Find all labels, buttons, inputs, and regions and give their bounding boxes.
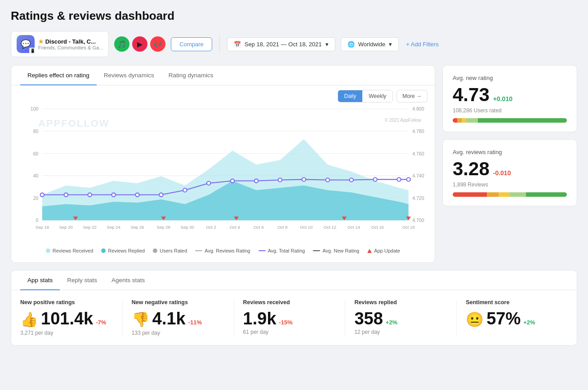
svg-text:80: 80 <box>33 129 39 134</box>
svg-text:20: 20 <box>33 196 39 201</box>
svg-point-25 <box>207 182 210 185</box>
spotify-icon[interactable]: 🎵 <box>114 36 129 52</box>
stat-received-title: Reviews received <box>243 299 336 306</box>
chart-copyright: © 2021 AppFollow <box>385 118 421 123</box>
avg-reviews-rating-value-row: 3.28 -0.010 <box>453 158 567 180</box>
stat-negative-emoji: 👎 <box>132 311 150 328</box>
svg-point-27 <box>254 179 258 182</box>
avg-new-rating-card: Avg. new rating 4.73 +0.010 108,286 User… <box>442 65 577 132</box>
avg-new-rating-label: Avg. new rating <box>453 75 567 81</box>
svg-text:40: 40 <box>33 173 39 178</box>
avg-new-rating-sub: 108,286 Users rated <box>453 107 567 114</box>
stat-positive-sub: 3,271 per day <box>20 330 113 336</box>
stat-replied-sub: 12 per day <box>354 329 447 335</box>
main-layout: Replies effect on rating Reviews dynamic… <box>11 65 577 263</box>
date-range-label: Sep 18, 2021 — Oct 18, 2021 <box>245 41 322 48</box>
youtube-icon[interactable]: ▶ <box>132 36 147 52</box>
svg-text:4.780: 4.780 <box>412 129 424 134</box>
svg-text:Sep 22: Sep 22 <box>83 225 97 230</box>
legend-line-avg-total-rating <box>258 250 266 251</box>
svg-text:Oct 2: Oct 2 <box>206 225 216 230</box>
legend-dot-reviews-replied <box>101 248 106 253</box>
weekly-button[interactable]: Weekly <box>362 90 392 102</box>
stat-positive-row: 👍 101.4k -7% <box>20 310 113 328</box>
stat-received-sub: 61 per day <box>243 329 336 335</box>
stat-received-value: 1.9k <box>243 310 276 327</box>
svg-text:Oct 18: Oct 18 <box>402 225 415 230</box>
bar-1star <box>453 118 457 123</box>
svg-text:Sep 28: Sep 28 <box>157 225 170 230</box>
daily-button[interactable]: Daily <box>338 90 363 102</box>
stat-negative-delta: -11% <box>188 319 202 326</box>
chart-watermark: APPFOLLOW <box>38 118 110 129</box>
svg-point-30 <box>326 178 330 182</box>
bar-4star <box>466 118 477 123</box>
stats-tabs: App stats Reply stats Agents stats <box>11 270 577 290</box>
svg-text:Oct 16: Oct 16 <box>371 225 384 230</box>
stat-sentiment-emoji: 😐 <box>466 311 484 328</box>
svg-point-24 <box>183 188 187 192</box>
date-chevron-icon: ▾ <box>325 41 329 48</box>
tab-reviews-dynamics[interactable]: Reviews dynamics <box>97 66 161 85</box>
svg-text:4.740: 4.740 <box>412 173 424 178</box>
legend-users-rated: Users Rated <box>153 248 187 253</box>
location-chevron-icon: ▾ <box>389 41 392 48</box>
app-icon: 💬 📱 <box>17 35 35 53</box>
svg-point-21 <box>111 193 115 196</box>
svg-text:Sep 18: Sep 18 <box>36 225 49 230</box>
app-info: ★ Discord - Talk, C... Friends, Communit… <box>38 38 103 50</box>
time-toggle: Daily Weekly <box>338 90 393 102</box>
legend-reviews-received: Reviews Received <box>46 248 93 253</box>
legend-reviews-replied: Reviews Replied <box>101 248 145 253</box>
stats-cards: New positive ratings 👍 101.4k -7% 3,271 … <box>11 290 577 345</box>
bar2-5star <box>526 192 567 197</box>
side-panel: Avg. new rating 4.73 +0.010 108,286 User… <box>442 65 577 263</box>
legend-line-avg-new-rating <box>313 250 320 251</box>
tab-reply-stats[interactable]: Reply stats <box>60 270 104 290</box>
location-picker[interactable]: 🌐 Worldwide ▾ <box>341 37 399 51</box>
svg-point-31 <box>349 178 353 182</box>
bar-3star <box>462 118 466 123</box>
stat-positive-emoji: 👍 <box>20 311 38 328</box>
avg-reviews-rating-sub: 1,898 Reviews <box>453 182 567 188</box>
stat-negative-sub: 133 per day <box>132 330 225 336</box>
svg-text:Sep 24: Sep 24 <box>107 225 120 230</box>
app-selector[interactable]: 💬 📱 ★ Discord - Talk, C... Friends, Comm… <box>11 31 109 57</box>
stats-panel: App stats Reply stats Agents stats New p… <box>11 270 577 346</box>
legend-app-update: App Update <box>367 248 400 253</box>
add-filters-button[interactable]: + Add Filters <box>406 41 439 48</box>
music-icon[interactable]: 🎶 <box>150 36 165 52</box>
compare-button[interactable]: Compare <box>171 37 212 51</box>
svg-text:Sep 30: Sep 30 <box>181 225 194 230</box>
legend-avg-new-rating: Avg. New Rating <box>313 248 359 253</box>
chart-panel: Replies effect on rating Reviews dynamic… <box>11 65 435 263</box>
svg-text:Sep 20: Sep 20 <box>59 225 73 230</box>
tab-replies-effect[interactable]: Replies effect on rating <box>20 66 97 85</box>
legend-avg-total-rating: Avg. Total Rating <box>258 248 305 253</box>
svg-text:Oct 10: Oct 10 <box>300 225 312 230</box>
svg-text:100: 100 <box>31 107 39 112</box>
tab-rating-dynamics[interactable]: Rating dynamics <box>161 66 221 85</box>
bar2-2star <box>487 192 498 197</box>
stat-new-negative: New negative ratings 👎 4.1k -11% 133 per… <box>123 299 234 336</box>
bar-5star <box>478 118 567 123</box>
globe-icon: 🌐 <box>347 41 355 48</box>
svg-text:60: 60 <box>33 151 39 156</box>
chart-legend: Reviews Received Reviews Replied Users R… <box>11 244 435 255</box>
svg-point-34 <box>406 177 410 181</box>
svg-text:4.760: 4.760 <box>412 151 424 156</box>
stat-sentiment-score: Sentiment score 😐 57% +2% <box>457 299 568 336</box>
more-button[interactable]: More → <box>396 90 428 102</box>
tab-agents-stats[interactable]: Agents stats <box>104 270 152 290</box>
stat-sentiment-row: 😐 57% +2% <box>466 310 559 328</box>
date-range-picker[interactable]: 📅 Sep 18, 2021 — Oct 18, 2021 ▾ <box>227 37 335 51</box>
chart-tabs: Replies effect on rating Reviews dynamic… <box>11 66 435 85</box>
bar2-1star <box>453 192 487 197</box>
bar-2star <box>457 118 462 123</box>
svg-text:0: 0 <box>36 218 39 223</box>
stat-received-row: 1.9k -15% <box>243 310 336 327</box>
tab-app-stats[interactable]: App stats <box>20 270 60 290</box>
svg-point-20 <box>88 193 91 196</box>
calendar-icon: 📅 <box>234 41 241 48</box>
location-label: Worldwide <box>358 41 385 48</box>
